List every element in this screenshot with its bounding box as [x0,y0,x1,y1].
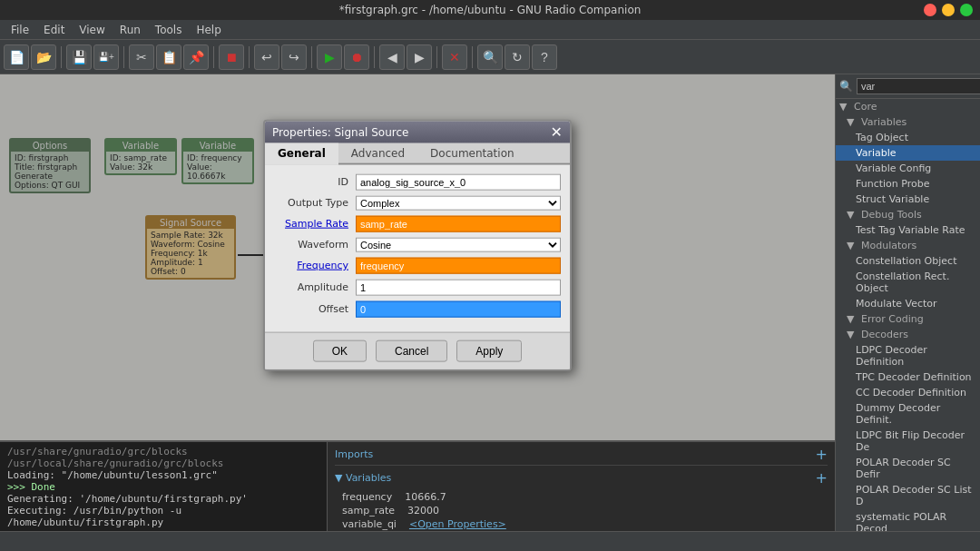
dialog-label-offset: Offset [274,303,356,315]
tree-category-core[interactable]: ▼ Core [836,99,980,114]
dialog-input-amplitude[interactable] [356,279,561,295]
dialog-close-button[interactable]: ✕ [551,124,563,139]
dialog-apply-button[interactable]: Apply [456,339,522,361]
close-button[interactable] [924,4,936,16]
next-button[interactable]: ▶ [407,44,432,70]
refresh-button[interactable]: ↻ [505,44,530,70]
dialog-input-frequency[interactable] [356,257,561,273]
log-line-5: Generating: '/home/ubuntu/firstgraph.py' [7,493,319,505]
tree-item-cc-decoder[interactable]: CC Decoder Definition [836,385,980,400]
bottom-log: /usr/share/gnuradio/grc/blocks /usr/loca… [0,442,327,531]
tree-item-dummy-decoder[interactable]: Dummy Decoder Definit. [836,400,980,428]
save-as-button[interactable]: 💾+ [93,44,119,70]
menu-tools[interactable]: Tools [148,22,190,38]
kill-button[interactable]: ✕ [442,44,467,70]
toolbar-sep-7 [436,46,437,68]
canvas-area[interactable]: Options ID: firstgraph Title: firstgraph… [0,74,835,440]
tree-item-tpc-decoder[interactable]: TPC Decoder Definition [836,369,980,385]
dialog-row-outputtype: Output Type Complex Float Int Short Byte [274,195,561,210]
undo-button[interactable]: ↩ [254,44,279,70]
tree-item-test-tag[interactable]: Test Tag Variable Rate [836,222,980,238]
dialog-title: Properties: Signal Source [272,125,408,138]
maximize-button[interactable] [960,4,973,16]
tree-item-tag-object[interactable]: Tag Object [836,130,980,145]
tab-general[interactable]: General [265,143,338,164]
tree-item-variable[interactable]: Variable [836,145,980,161]
menu-edit[interactable]: Edit [36,22,72,38]
dialog-label-id: ID [274,176,356,188]
copy-button[interactable]: 📋 [156,44,181,70]
log-line-6: Executing: /usr/bin/python -u /home/ubun… [7,505,319,528]
tree-arrow-error-coding: ▼ [847,313,854,325]
var-variable-qi: variable_qi <Open Properties> [335,517,828,531]
dialog-label-frequency[interactable]: Frequency [274,260,356,271]
var-frequency-value: 10666.7 [405,491,446,503]
tree-category-debug[interactable]: ▼ Debug Tools [836,207,980,222]
cut-button[interactable]: ✂ [129,44,154,70]
redo-button[interactable]: ↪ [281,44,307,70]
dialog-input-samplerate[interactable] [356,215,561,231]
var-frequency: frequency 10666.7 [335,490,828,504]
tree-item-constellation-object[interactable]: Constellation Object [836,253,980,269]
dialog-row-offset: Offset [274,300,561,317]
var-variable-qi-name: variable_qi [342,518,397,530]
dialog-select-waveform[interactable]: Cosine Sine Square Sawtooth Triangle [356,237,561,251]
tree-item-systematic-polar[interactable]: systematic POLAR Decod [836,509,980,531]
search-button[interactable]: 🔍 [477,44,503,70]
dialog-row-waveform: Waveform Cosine Sine Square Sawtooth Tri… [274,237,561,251]
dialog-ok-button[interactable]: OK [313,339,367,361]
tree-arrow-modulators: ▼ [847,240,854,251]
minimize-button[interactable] [942,4,955,16]
dialog-row-frequency: Frequency [274,257,561,273]
tree-category-error-coding[interactable]: ▼ Error Coding [836,311,980,327]
prev-button[interactable]: ◀ [379,44,405,70]
dialog-label-outputtype: Output Type [274,197,356,209]
dialog-input-id[interactable] [356,173,561,190]
menu-run[interactable]: Run [113,22,148,38]
var-variable-qi-link[interactable]: <Open Properties> [409,518,506,530]
dialog-row-id: ID [274,173,561,190]
open-button[interactable]: 📂 [31,44,56,70]
tree-item-constellation-rect[interactable]: Constellation Rect. Object [836,269,980,296]
tree-item-polar-sc-def[interactable]: POLAR Decoder SC Defir [836,455,980,482]
dialog-tabs: General Advanced Documentation [265,143,570,164]
run-button[interactable]: ▶ [317,44,342,70]
tree-category-modulators[interactable]: ▼ Modulators [836,238,980,253]
imports-header: Imports [335,447,373,462]
add-variable-button[interactable]: + [816,469,828,487]
dialog-dropdown-outputtype[interactable]: Complex Float Int Short Byte [356,195,561,210]
tree-arrow-variables: ▼ [847,116,854,128]
dialog-input-offset[interactable] [356,300,561,317]
menubar: File Edit View Run Tools Help [0,20,980,40]
add-import-button[interactable]: + [816,446,828,463]
tree-item-function-probe[interactable]: Function Probe [836,176,980,192]
menu-view[interactable]: View [72,22,112,38]
tab-documentation[interactable]: Documentation [417,143,527,162]
stop-button[interactable]: ⏹ [219,44,244,70]
help-toolbar-button[interactable]: ? [532,44,557,70]
new-button[interactable]: 📄 [4,44,29,70]
dialog-dropdown-waveform[interactable]: Cosine Sine Square Sawtooth Triangle [356,237,561,251]
sidebar-search-bar: 🔍 ✕ [836,74,980,99]
tree-item-struct-variable[interactable]: Struct Variable [836,192,980,207]
paste-button[interactable]: 📌 [183,44,209,70]
tree-item-ldpc-decoder[interactable]: LDPC Decoder Definition [836,342,980,369]
sidebar-search-input[interactable] [857,78,980,94]
toolbar-sep-4 [249,46,250,68]
tab-advanced[interactable]: Advanced [338,143,417,162]
tree-category-variables[interactable]: ▼ Variables [836,114,980,130]
toolbar-sep-3 [213,46,214,68]
menu-help[interactable]: Help [189,22,228,38]
stop-flow-button[interactable]: ⏺ [344,44,369,70]
dialog-select-outputtype[interactable]: Complex Float Int Short Byte [356,195,561,210]
menu-file[interactable]: File [4,22,36,38]
tree-item-ldpc-bitflip[interactable]: LDPC Bit Flip Decoder De [836,428,980,455]
tree-item-modulate-vector[interactable]: Modulate Vector [836,296,980,311]
log-line-2: /usr/local/share/gnuradio/grc/blocks [7,458,319,469]
dialog-label-samplerate[interactable]: Sample Rate [274,218,356,230]
tree-item-polar-sc-list[interactable]: POLAR Decoder SC List D [836,482,980,509]
dialog-cancel-button[interactable]: Cancel [376,339,447,361]
tree-item-variable-config[interactable]: Variable Config [836,161,980,176]
tree-category-decoders[interactable]: ▼ Decoders [836,327,980,342]
save-button[interactable]: 💾 [66,44,92,70]
